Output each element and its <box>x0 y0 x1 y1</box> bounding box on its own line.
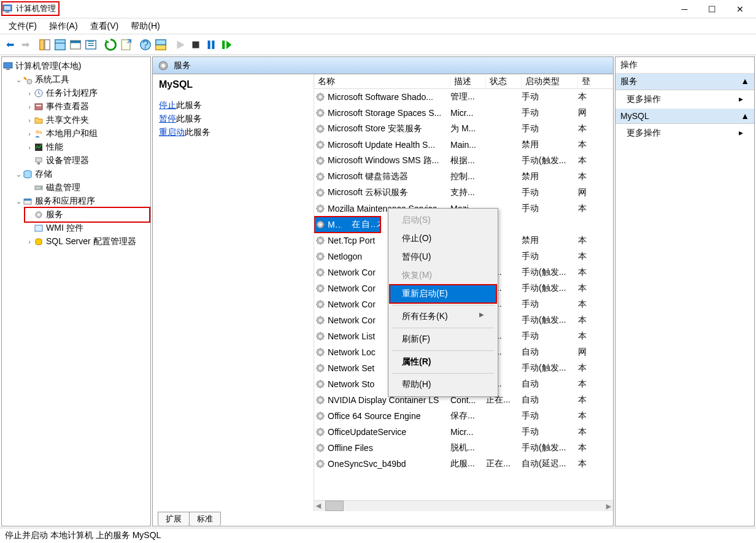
service-row[interactable]: Microsoft Store 安装服务为 M...手动本 <box>314 121 613 137</box>
folder-icon <box>34 115 44 125</box>
actions-section-mysql[interactable]: MySQL ▲ <box>615 109 754 124</box>
tool-3[interactable] <box>68 37 83 52</box>
col-status[interactable]: 状态 <box>486 76 522 87</box>
service-start: 手动(触发... <box>522 155 578 166</box>
service-row[interactable]: Microsoft 键盘筛选器控制...禁用本 <box>314 169 613 185</box>
collapse-icon[interactable]: ⌄ <box>14 76 23 84</box>
forward-button[interactable]: ➡ <box>18 37 33 52</box>
back-button[interactable]: ⬅ <box>2 37 17 52</box>
service-logon: 本 <box>578 395 590 406</box>
tool-1[interactable] <box>37 37 52 52</box>
cm-pause[interactable]: 暂停(U) <box>390 248 496 266</box>
actions-more-2[interactable]: 更多操作 ▸ <box>615 124 754 142</box>
minimize-button[interactable]: ─ <box>671 1 698 18</box>
pause-link[interactable]: 暂停 <box>159 114 176 123</box>
users-icon <box>34 129 44 139</box>
collapse-icon: ▲ <box>741 111 749 121</box>
tree-device-manager[interactable]: ›设备管理器 <box>25 154 149 168</box>
restart-link[interactable]: 重启动 <box>159 127 185 137</box>
tree-shared-folders[interactable]: ›共享文件夹 <box>25 114 149 127</box>
scroll-left-icon[interactable]: ◄ <box>314 501 323 511</box>
context-menu: 启动(S) 停止(O) 暂停(U) 恢复(M) 重新启动(E) 所有任务(K)▶… <box>388 208 498 397</box>
tree-task-scheduler[interactable]: ›任务计划程序 <box>25 87 149 100</box>
service-row[interactable]: Microsoft Software Shado...管理...手动本 <box>314 89 613 105</box>
col-name[interactable]: 名称 <box>314 76 450 87</box>
cm-restart[interactable]: 重新启动(E) <box>390 285 496 303</box>
tree-sql-server[interactable]: ›SQL Server 配置管理器 <box>25 235 149 248</box>
export-button[interactable] <box>118 37 133 52</box>
svg-point-61 <box>319 239 322 242</box>
col-desc[interactable]: 描述 <box>450 76 486 87</box>
scroll-thumb[interactable] <box>325 501 344 511</box>
service-row[interactable]: MySQL在...自动本 <box>314 217 380 233</box>
tree-panel[interactable]: 计算机管理(本地) ⌄ 系统工具 ›任务计划程序 ›事件查看器 ›共享文件夹 ›… <box>1 56 151 526</box>
service-row[interactable]: Office 64 Source Engine保存...手动本 <box>314 408 613 424</box>
service-row[interactable]: Microsoft Windows SMS 路...根据...手动(触发...本 <box>314 153 613 169</box>
service-logon: 网 <box>578 107 590 118</box>
tree-storage[interactable]: ⌄ 存储 <box>14 168 149 181</box>
menu-view[interactable]: 查看(V) <box>84 20 125 33</box>
tree-system-tools[interactable]: ⌄ 系统工具 <box>14 73 149 87</box>
collapse-icon[interactable]: ⌄ <box>14 198 23 206</box>
service-row[interactable]: Offline Files脱机...手动(触发...本 <box>314 440 613 456</box>
cm-stop[interactable]: 停止(O) <box>390 229 496 248</box>
gear-icon <box>315 347 325 357</box>
menu-help[interactable]: 帮助(H) <box>125 20 166 33</box>
tree-disk-management[interactable]: ›磁盘管理 <box>25 181 149 194</box>
svg-rect-30 <box>37 163 40 164</box>
service-status: 在... <box>352 219 361 230</box>
actions-more-1[interactable]: 更多操作 ▸ <box>615 90 754 109</box>
service-row[interactable]: Microsoft Storage Spaces S...Micr...手动网 <box>314 105 613 121</box>
service-row[interactable]: Microsoft Update Health S...Main...禁用本 <box>314 137 613 153</box>
computer-icon <box>3 61 13 71</box>
service-start: 手动 <box>522 123 578 134</box>
scroll-right-icon[interactable]: ► <box>604 501 613 511</box>
tab-extended[interactable]: 扩展 <box>158 512 190 526</box>
cm-all-tasks[interactable]: 所有任务(K)▶ <box>390 307 496 326</box>
gear-icon <box>315 236 325 245</box>
stop-link[interactable]: 停止 <box>159 100 176 110</box>
service-row[interactable]: OfficeUpdateServiceMicr...手动本 <box>314 424 613 440</box>
cm-refresh[interactable]: 刷新(F) <box>390 330 496 349</box>
actions-section-services[interactable]: 服务 ▲ <box>615 74 754 90</box>
refresh-button[interactable] <box>103 37 118 52</box>
stop-button[interactable] <box>188 37 203 52</box>
play-button[interactable] <box>173 37 188 52</box>
help-button[interactable]: ? <box>138 37 153 52</box>
tree-local-users[interactable]: ›本地用户和组 <box>25 127 149 141</box>
service-logon: 本 <box>578 426 590 437</box>
col-start[interactable]: 启动类型 <box>522 76 578 87</box>
tree-services[interactable]: ›服务 <box>24 207 150 223</box>
restart-button[interactable] <box>219 37 234 52</box>
service-logon: 网 <box>578 347 590 358</box>
tree-event-viewer[interactable]: ›事件查看器 <box>25 100 149 114</box>
svg-point-22 <box>27 79 32 84</box>
collapse-icon[interactable]: ⌄ <box>14 171 23 179</box>
menu-action[interactable]: 操作(A) <box>43 20 84 33</box>
pause-button[interactable] <box>204 37 218 52</box>
svg-rect-2 <box>6 12 9 13</box>
tab-standard[interactable]: 标准 <box>189 512 221 526</box>
tree-performance[interactable]: ›性能 <box>25 141 149 154</box>
tree-wmi[interactable]: ›WMI 控件 <box>25 221 149 235</box>
tool-2[interactable] <box>53 37 68 52</box>
tree-services-apps[interactable]: ⌄ 服务和应用程序 <box>14 194 149 208</box>
gear-icon <box>315 156 325 166</box>
cm-help[interactable]: 帮助(H) <box>390 375 496 394</box>
svg-rect-35 <box>24 199 31 201</box>
detail-pane: MySQL 停止此服务 暂停此服务 重启动此服务 <box>153 74 314 511</box>
h-scrollbar[interactable]: ◄ ► <box>314 500 613 511</box>
close-button[interactable]: ✕ <box>726 1 754 18</box>
tool-4[interactable]: ≡ <box>83 37 98 52</box>
service-row[interactable]: Microsoft 云标识服务支持...手动网 <box>314 185 613 201</box>
service-row[interactable]: OneSyncSvc_b49bd此服...正在...自动(延迟...本 <box>314 456 613 472</box>
maximize-button[interactable]: ☐ <box>698 1 726 18</box>
gear-icon <box>315 268 325 277</box>
col-logon[interactable]: 登 <box>578 76 590 87</box>
service-desc: Main... <box>450 140 486 150</box>
menu-file[interactable]: 文件(F) <box>2 20 43 33</box>
svg-point-47 <box>319 128 322 130</box>
tool-5[interactable] <box>153 37 168 52</box>
tree-root[interactable]: 计算机管理(本地) <box>3 60 149 73</box>
cm-properties[interactable]: 属性(R) <box>390 353 496 371</box>
